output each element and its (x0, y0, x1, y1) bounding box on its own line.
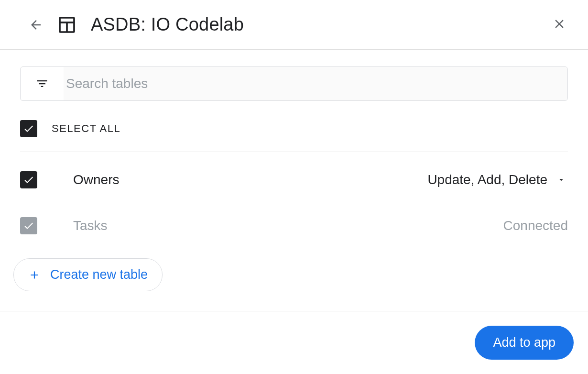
select-all-row: SELECT ALL (20, 120, 568, 152)
select-all-checkbox[interactable] (20, 120, 37, 137)
back-arrow-icon[interactable] (29, 18, 43, 32)
plus-icon (28, 269, 41, 281)
content-area: SELECT ALL Owners Update, Add, Delete Ta… (0, 50, 588, 308)
table-status-label: Connected (503, 218, 568, 233)
table-icon (57, 15, 76, 34)
header: ASDB: IO Codelab (0, 0, 588, 50)
table-name-tasks: Tasks (73, 218, 503, 233)
close-icon[interactable] (552, 17, 566, 31)
page-title: ASDB: IO Codelab (91, 14, 244, 35)
create-table-label: Create new table (50, 267, 148, 282)
add-to-app-button[interactable]: Add to app (475, 326, 574, 360)
table-status-tasks: Connected (503, 218, 568, 233)
search-input[interactable] (64, 67, 567, 100)
filter-icon[interactable] (21, 67, 64, 100)
table-row-tasks: Tasks Connected (20, 203, 568, 249)
select-all-label: SELECT ALL (52, 122, 120, 135)
table-checkbox-owners[interactable] (20, 171, 37, 188)
table-status-owners[interactable]: Update, Add, Delete (427, 172, 568, 187)
dropdown-arrow-icon (557, 176, 566, 184)
create-table-button[interactable]: Create new table (13, 258, 163, 291)
footer: Add to app (0, 311, 588, 374)
table-status-label: Update, Add, Delete (427, 172, 547, 187)
table-name-owners: Owners (73, 172, 427, 187)
table-checkbox-tasks (20, 217, 37, 234)
search-container (20, 66, 568, 101)
table-row-owners: Owners Update, Add, Delete (20, 157, 568, 203)
